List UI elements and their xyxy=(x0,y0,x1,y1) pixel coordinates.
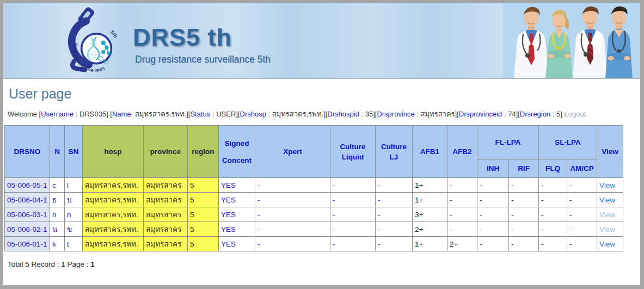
cell-n: ธ xyxy=(50,193,65,207)
cell-signed: YES xyxy=(219,237,255,251)
app-title: DRS5 th xyxy=(133,23,232,52)
welcome-field-value: : 74] xyxy=(502,110,518,118)
welcome-field-value: : สมุทรสาคร] xyxy=(415,110,457,118)
col-header-view: View xyxy=(597,126,623,178)
cell-region: 5 xyxy=(188,178,219,193)
cell-afb1: 3+ xyxy=(413,207,447,222)
col-header-sl-lpa: SL-LPA xyxy=(539,126,597,159)
cell-afb2: - xyxy=(447,222,477,237)
cell-hosp: สมุทรสาคร,รพท. xyxy=(83,207,144,222)
row-view-link[interactable]: View xyxy=(599,211,615,219)
cell-xpert: - xyxy=(255,237,330,251)
welcome-field-label: Drsregion xyxy=(520,110,550,118)
cell-drsno: 05-006-05-1 xyxy=(5,178,50,193)
cell-culture-lj: - xyxy=(376,237,413,251)
cell-afb2: - xyxy=(447,193,477,207)
signed-line1: Signed xyxy=(219,139,255,147)
col-header-xpert: Xpert xyxy=(255,126,330,178)
welcome-field-value: : สมุทรสาคร,รพท.] xyxy=(266,110,326,118)
welcome-field-value: : USER] xyxy=(210,110,238,118)
cell-afb2: - xyxy=(447,207,477,222)
row-view-link[interactable]: View xyxy=(599,225,615,233)
cell-inh: - xyxy=(477,237,509,251)
col-header-region: region xyxy=(188,126,219,178)
col-header-afb1: AFB1 xyxy=(413,126,447,178)
col-header-hosp: hosp xyxy=(83,126,144,178)
welcome-segments: [Username : DRS035] [Name: สมุทรสาคร,รพท… xyxy=(39,110,565,118)
cell-view: View xyxy=(597,237,623,251)
welcome-field-label: Drshosp xyxy=(240,110,266,118)
cell-view: View xyxy=(597,222,623,237)
cell-flq: - xyxy=(539,222,567,237)
table-row: 05-006-01-1ktสมุทรสาคร,รพท.สมุทรสาคร5YES… xyxy=(5,237,623,251)
cell-rif: - xyxy=(509,222,539,237)
cell-flq: - xyxy=(539,237,567,251)
cell-drsno: 05-006-03-1 xyxy=(5,207,50,222)
results-table: DRSNO N SN hosp province region Signed C… xyxy=(4,125,623,251)
app-header-banner: Drug surveillance resistance 5th DRS5 th… xyxy=(3,3,640,79)
col-header-sn: SN xyxy=(65,126,83,178)
cell-province: สมุทรสาคร xyxy=(144,193,188,207)
row-view-link[interactable]: View xyxy=(599,181,615,189)
table-row: 05-006-03-1nnสมุทรสาคร,รพท.สมุทรสาคร5YES… xyxy=(5,207,623,222)
app-subtitle: Drug resistance surveillance 5th xyxy=(135,54,271,65)
col-header-afb2: AFB2 xyxy=(447,126,477,178)
cell-culture-liquid: - xyxy=(330,178,376,193)
cell-n: น xyxy=(50,222,65,237)
records-summary: Total 5 Record : 1 Page : 1 xyxy=(8,260,640,268)
current-page-number: 1 xyxy=(90,260,95,268)
cell-view: View xyxy=(597,178,623,193)
cell-culture-lj: - xyxy=(376,207,413,222)
cell-region: 5 xyxy=(188,207,219,222)
cell-xpert: - xyxy=(255,178,330,193)
cell-culture-liquid: - xyxy=(330,207,376,222)
cell-province: สมุทรสาคร xyxy=(144,207,188,222)
cell-amcp: - xyxy=(567,193,597,207)
cell-province: สมุทรสาคร xyxy=(144,178,188,193)
cell-inh: - xyxy=(477,222,509,237)
cell-sn: t xyxy=(65,237,83,251)
cell-signed: YES xyxy=(219,222,255,237)
cell-province: สมุทรสาคร xyxy=(144,222,188,237)
cell-amcp: - xyxy=(567,222,597,237)
cell-view: View xyxy=(597,207,623,222)
table-body: 05-006-05-1clสมุทรสาคร,รพท.สมุทรสาคร5YES… xyxy=(5,178,623,251)
cell-amcp: - xyxy=(567,237,597,251)
app-window: Drug surveillance resistance 5th DRS5 th… xyxy=(0,0,644,289)
welcome-field-label: Status xyxy=(190,110,210,118)
col-header-n: N xyxy=(50,126,65,178)
welcome-field-value: : 35] xyxy=(359,110,375,118)
welcome-field-label: Drshospid xyxy=(327,110,359,118)
cell-rif: - xyxy=(509,178,539,193)
cell-hosp: สมุทรสาคร,รพท. xyxy=(83,193,144,207)
cell-flq: - xyxy=(539,193,567,207)
cell-inh: - xyxy=(477,178,509,193)
cell-region: 5 xyxy=(188,237,219,251)
summary-prefix: Total 5 Record : 1 Page : xyxy=(8,260,90,268)
cell-inh: - xyxy=(477,207,509,222)
cell-culture-lj: - xyxy=(376,222,413,237)
cell-afb1: 1+ xyxy=(413,193,447,207)
cell-hosp: สมุทรสาคร,รพท. xyxy=(83,237,144,251)
cell-province: สมุทรสาคร xyxy=(144,237,188,251)
drs-microscope-logo-icon: Drug surveillance resistance 5th xyxy=(63,7,118,73)
table-row: 05-006-02-1นขสมุทรสาคร,รพท.สมุทรสาคร5YES… xyxy=(5,222,623,237)
cell-xpert: - xyxy=(255,207,330,222)
col-header-rif: RIF xyxy=(509,159,539,178)
culture-liquid-line1: Culture xyxy=(330,143,375,151)
cell-drsno: 05-006-02-1 xyxy=(5,222,50,237)
row-view-link[interactable]: View xyxy=(599,240,615,248)
cell-afb2: - xyxy=(447,178,477,193)
col-header-fl-lpa: FL-LPA xyxy=(477,126,539,159)
cell-culture-liquid: - xyxy=(330,193,376,207)
row-view-link[interactable]: View xyxy=(599,196,615,204)
logout-link[interactable]: Logout xyxy=(565,110,586,118)
cell-culture-lj: - xyxy=(376,178,413,193)
cell-culture-liquid: - xyxy=(330,222,376,237)
col-header-amcp: AM/CP xyxy=(567,159,597,178)
cell-rif: - xyxy=(509,193,539,207)
cell-n: k xyxy=(50,237,65,251)
cell-n: n xyxy=(50,207,65,222)
col-header-culture-lj: Culture LJ xyxy=(376,126,413,178)
welcome-field-label: Drsprovince xyxy=(377,110,414,118)
